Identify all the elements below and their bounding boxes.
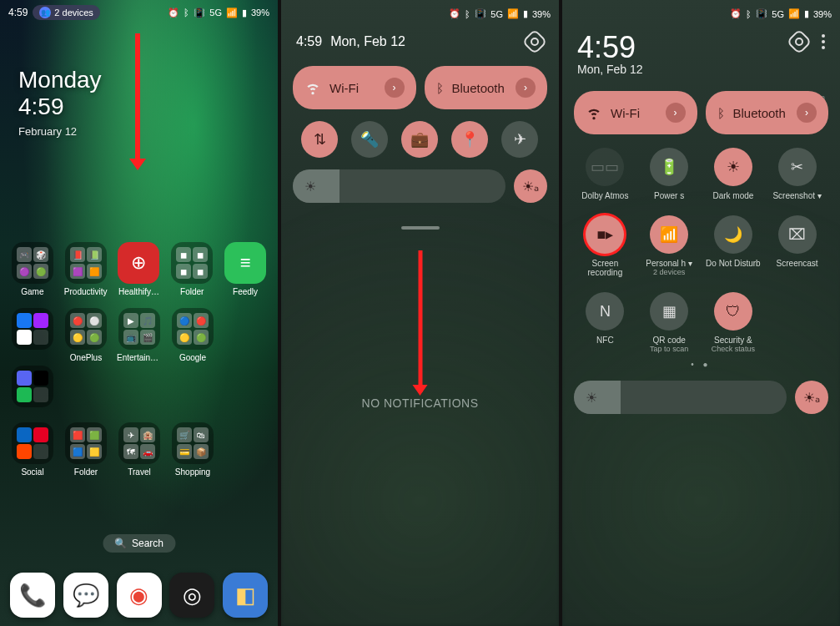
- bluetooth-toggle-pill[interactable]: ᛒ Bluetooth ›: [706, 91, 829, 134]
- qs-dolby-atmos[interactable]: ▭▭Dolby Atmos: [577, 148, 633, 200]
- chevron-right-icon[interactable]: ›: [516, 78, 536, 98]
- qs-label: Screen recording: [577, 259, 633, 277]
- home-search-button[interactable]: 🔍 Search: [103, 534, 175, 553]
- auto-brightness-toggle[interactable]: ☀ₐ: [514, 169, 547, 203]
- app-Feedly[interactable]: ≡Feedly: [223, 242, 268, 296]
- signal-label: 5G: [209, 8, 222, 18]
- app-label: Travel: [117, 467, 162, 477]
- dock-messages[interactable]: 💬: [63, 573, 108, 618]
- search-icon: 🔍: [114, 538, 127, 549]
- app-Shopping[interactable]: 🛒🛍💳📦Shopping: [170, 422, 215, 477]
- toggle-airplane[interactable]: ✈: [501, 121, 538, 158]
- app-label: Folder: [169, 287, 214, 296]
- brightness-slider[interactable]: ☀: [293, 169, 506, 203]
- home-dock: 📞💬◉◎◧: [10, 573, 268, 618]
- power-saving-icon: 🔋: [650, 148, 688, 186]
- brightness-slider[interactable]: ☀: [574, 381, 787, 414]
- qs-security[interactable]: 🛡Security &Check status: [706, 292, 762, 353]
- toggle-data-sync[interactable]: ⇅: [301, 121, 338, 158]
- qs-power-saving[interactable]: 🔋Power s: [641, 148, 697, 200]
- app-icon[interactable]: [10, 366, 55, 411]
- app-icon[interactable]: [10, 308, 55, 362]
- home-clock-widget[interactable]: Monday 4:59 February 12: [18, 67, 102, 138]
- phone-home-screen: 4:59 👥 2 devices ⏰ ᛒ 📳 5G 📶 ▮ 39% Monday…: [0, 0, 278, 626]
- chevron-right-icon[interactable]: ›: [385, 78, 405, 98]
- home-time: 4:59: [18, 93, 102, 120]
- dock-phone[interactable]: 📞: [10, 573, 55, 618]
- app-label: Google: [170, 353, 215, 362]
- panel-drag-handle[interactable]: [401, 226, 440, 230]
- auto-brightness-toggle[interactable]: ☀ₐ: [795, 381, 828, 414]
- status-icons: ⏰ ᛒ 📳 5G 📶 ▮ 39%: [168, 8, 269, 18]
- app-Game[interactable]: 🎮🎲🟣🟢Game: [10, 242, 55, 296]
- phone-quick-panel: ⏰ ᛒ 📳 5G 📶 ▮ 39% 4:59 Mon, Feb 12 Wi-Fi …: [281, 0, 559, 626]
- qs-label: Do Not Disturb: [706, 259, 762, 268]
- screencast-icon: ⌧: [778, 215, 817, 254]
- qs-label: Dolby Atmos: [577, 191, 633, 200]
- battery-pct: 39%: [813, 9, 832, 19]
- page-indicator[interactable]: • ●: [562, 360, 840, 369]
- devices-pill[interactable]: 👥 2 devices: [33, 5, 99, 20]
- toggle-location[interactable]: 📍: [451, 121, 488, 158]
- qs-dark-mode[interactable]: ☀Dark mode: [706, 148, 762, 200]
- nfc-icon: N: [586, 292, 624, 331]
- more-icon[interactable]: [822, 34, 825, 49]
- qs-do-not-disturb[interactable]: 🌙Do Not Disturb: [706, 215, 762, 277]
- qs-screencast[interactable]: ⌧Screencast: [769, 215, 825, 277]
- brightness-icon: ☀: [304, 179, 316, 194]
- app-label: Healthify…: [117, 287, 162, 296]
- qs-label: Security &: [706, 336, 762, 345]
- app-Travel[interactable]: ✈🏨🗺🚗Travel: [117, 422, 162, 477]
- wifi-label: Wi-Fi: [611, 106, 640, 120]
- chevron-right-icon[interactable]: ›: [797, 103, 817, 123]
- dock-chrome[interactable]: ◉: [117, 573, 162, 618]
- qs-screen-recording[interactable]: ■▸Screen recording: [577, 215, 633, 277]
- qr-code-icon: ▦: [650, 292, 688, 331]
- dock-weather[interactable]: ◧: [223, 573, 268, 618]
- bluetooth-toggle-pill[interactable]: ᛒ Bluetooth ›: [425, 66, 548, 109]
- app-label: OnePlus: [63, 353, 108, 362]
- app-label: Social: [10, 467, 55, 477]
- app-Google[interactable]: 🔵🔴🟡🟢Google: [170, 308, 215, 362]
- app-Healthify…[interactable]: ⊕Healthify…: [117, 242, 162, 296]
- security-icon: 🛡: [714, 292, 752, 331]
- qs-label: Screenshot ▾: [769, 191, 825, 200]
- panel-date: Mon, Feb 12: [577, 63, 643, 76]
- panel-header: 4:59 Mon, Feb 12: [281, 19, 559, 59]
- app-Productivity[interactable]: 📕📗🟪🟧Productivity: [63, 242, 108, 296]
- qs-nfc[interactable]: NNFC: [577, 292, 633, 353]
- app-Folder[interactable]: 🟥🟩🟦🟨Folder: [63, 422, 108, 477]
- screenshot-icon: ✂: [778, 148, 817, 186]
- settings-icon[interactable]: [521, 28, 547, 54]
- app-icon[interactable]: [117, 366, 162, 411]
- settings-icon[interactable]: [786, 28, 812, 54]
- brightness-icon: ☀: [586, 390, 597, 406]
- qs-personal-hotspot[interactable]: 📶Personal h ▾2 devices: [641, 215, 697, 277]
- bluetooth-label: Bluetooth: [733, 106, 786, 120]
- toggle-work-mode[interactable]: 💼: [401, 121, 438, 158]
- app-OnePlus[interactable]: 🔴⚪🟡🟢OnePlus: [63, 308, 108, 362]
- signal-icon: 📶: [788, 8, 800, 19]
- app-Social[interactable]: Social: [10, 422, 55, 477]
- quick-toggle-row: ⇅🔦💼📍✈: [281, 109, 559, 158]
- app-label: Folder: [63, 467, 108, 477]
- wifi-toggle-pill[interactable]: Wi-Fi ›: [293, 66, 416, 109]
- toggle-flashlight[interactable]: 🔦: [351, 121, 388, 158]
- panel-time: 4:59: [296, 34, 322, 49]
- bluetooth-icon: ᛒ: [184, 8, 189, 18]
- app-icon[interactable]: [63, 366, 108, 411]
- dock-camera[interactable]: ◎: [169, 573, 214, 618]
- app-Entertainm…[interactable]: ▶🎵📺🎬Entertainm…: [117, 308, 162, 362]
- qs-screenshot[interactable]: ✂Screenshot ▾: [769, 148, 825, 200]
- qs-sublabel: 2 devices: [641, 268, 697, 276]
- qs-label: Screencast: [769, 259, 825, 268]
- wifi-label: Wi-Fi: [329, 81, 359, 95]
- wifi-toggle-pill[interactable]: Wi-Fi ›: [574, 91, 697, 134]
- chevron-right-icon[interactable]: ›: [666, 103, 686, 123]
- app-Folder[interactable]: ◼◼◼◼Folder: [169, 242, 214, 296]
- app-icon[interactable]: [170, 366, 215, 411]
- app-label: Productivity: [63, 287, 108, 296]
- home-search-label: Search: [132, 538, 163, 549]
- battery-icon: ▮: [242, 8, 247, 18]
- qs-qr-code[interactable]: ▦QR codeTap to scan: [641, 292, 697, 353]
